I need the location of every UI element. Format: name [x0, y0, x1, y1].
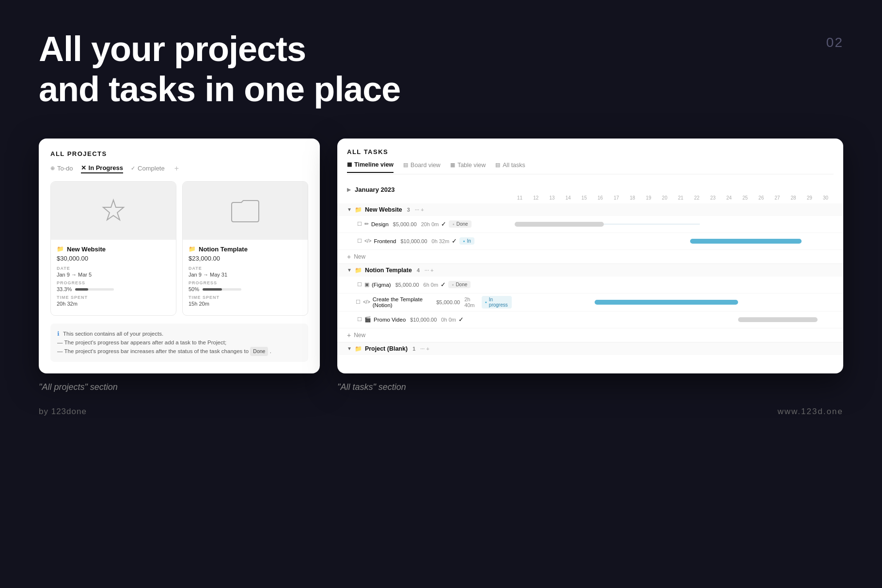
group-count-1: 3 — [407, 207, 410, 213]
progress-label-1: PROGRESS — [57, 280, 170, 285]
timeline-day-labels: 11 12 13 14 15 16 17 18 19 20 21 22 23 2… — [512, 195, 834, 201]
status-badge-frontend: In — [459, 237, 474, 245]
add-tab-button[interactable]: + — [174, 164, 179, 173]
status-badge-design: Done — [449, 220, 471, 228]
progress-bar-bg-1 — [75, 288, 114, 291]
info-box: ℹ This section contains all of your proj… — [50, 324, 308, 362]
todo-icon: ⊕ — [50, 165, 55, 171]
time-label-2: TIME SPENT — [189, 295, 302, 300]
status-badge-notion-template: In progress — [482, 296, 512, 309]
tasks-panel-title: ALL TASKS — [347, 148, 834, 155]
projects-tabs: ⊕ To-do ✕ In Progress ✓ Complete + — [50, 164, 308, 173]
group-count-2: 4 — [417, 267, 420, 273]
new-plus-icon-2: + — [347, 331, 351, 339]
task-timeline-figma — [515, 279, 834, 291]
card-thumbnail-folder — [183, 182, 308, 240]
task-row-promo-video[interactable]: ☐ 🎬 Promo Video $10,000.00 0h 0m ✓ — [337, 311, 843, 328]
progress-bar-fill-2 — [203, 288, 222, 291]
task-done-check-frontend: ✓ — [452, 237, 457, 245]
date-label-2: DATE — [189, 266, 302, 271]
task-timeline-promo — [515, 314, 834, 325]
tab-inprogress[interactable]: ✕ In Progress — [81, 164, 124, 173]
task-checkbox-promo-video[interactable]: ☐ — [357, 316, 362, 323]
group-actions-2[interactable]: ··· + — [425, 267, 434, 273]
figma-type-icon: ▣ — [364, 281, 369, 288]
task-row-frontend[interactable]: ☐ </> Frontend $10,000.00 0h 32m ✓ In — [337, 233, 843, 250]
tab-all-tasks[interactable]: ▤ All tasks — [495, 161, 525, 173]
tab-todo[interactable]: ⊕ To-do — [50, 165, 73, 173]
tasks-tabs-row: ▦ Timeline view ▤ Board view ▦ Table vie… — [347, 161, 834, 174]
group-actions-3[interactable]: ··· + — [420, 346, 429, 352]
new-row-group2[interactable]: + New — [337, 328, 843, 342]
tab-timeline-view[interactable]: ▦ Timeline view — [347, 161, 394, 173]
task-timeline-notion-template — [515, 296, 834, 308]
task-timeline-frontend — [515, 235, 834, 247]
tl-bar-notion-template — [595, 300, 738, 305]
folder-icon-2: 📁 — [189, 246, 196, 252]
group-row-notion: ▼ 📁 Notion Template 4 ··· + — [337, 263, 843, 277]
projects-panel-title: ALL PROJECTS — [50, 150, 308, 157]
task-done-check-design: ✓ — [441, 220, 446, 228]
tl-connector-design — [604, 224, 699, 225]
project-name-new-website: 📁 New Website — [57, 246, 170, 253]
table-icon: ▦ — [450, 162, 455, 168]
group-folder-1: 📁 — [355, 206, 362, 213]
all-tasks-icon: ▤ — [495, 162, 500, 168]
progress-value-2: 50% — [189, 286, 302, 292]
footer-brand: by 123done — [39, 407, 87, 417]
task-checkbox-frontend[interactable]: ☐ — [357, 238, 362, 244]
status-badge-figma: Done — [448, 281, 471, 288]
task-timeline-design — [515, 218, 834, 230]
project-cards-container: 📁 New Website $30,000.00 DATE Jan 9 → Ma… — [50, 181, 308, 316]
card-thumbnail-star — [51, 182, 176, 240]
task-row-left-promo-video: ☐ 🎬 Promo Video $10,000.00 0h 0m ✓ — [347, 316, 512, 323]
tl-bar-promo — [738, 317, 818, 322]
new-row-group1[interactable]: + New — [337, 250, 843, 263]
promo-type-icon: 🎬 — [364, 316, 371, 323]
group-arrow-3[interactable]: ▼ — [347, 346, 352, 351]
project-name-notion: 📁 Notion Template — [189, 246, 302, 253]
task-checkbox-notion-template[interactable]: ☐ — [356, 299, 361, 305]
tasks-panel-header: ALL TASKS ▦ Timeline view ▤ Board view ▦… — [337, 148, 843, 181]
task-row-notion-template[interactable]: ☐ </> Create the Template (Notion) $5,00… — [337, 294, 843, 311]
folder-icon: 📁 — [57, 246, 64, 252]
task-done-check-promo: ✓ — [458, 316, 464, 323]
tl-bar-design — [515, 222, 604, 227]
group-row-new-website: ▼ 📁 New Website 3 ··· + — [337, 203, 843, 216]
task-checkbox-figma[interactable]: ☐ — [357, 281, 362, 288]
month-arrow-right[interactable]: ▶ — [347, 187, 351, 192]
date-value-1: Jan 9 → Mar 5 — [57, 272, 170, 278]
timeline-days-row: 11 12 13 14 15 16 17 18 19 20 21 22 23 2… — [337, 195, 843, 201]
project-card-new-website[interactable]: 📁 New Website $30,000.00 DATE Jan 9 → Ma… — [50, 181, 176, 316]
group-actions-1[interactable]: ··· + — [415, 207, 424, 213]
project-amount-notion: $23,000.00 — [189, 255, 302, 262]
tab-complete[interactable]: ✓ Complete — [131, 165, 165, 173]
panels-row: ALL PROJECTS ⊕ To-do ✕ In Progress ✓ Com… — [0, 139, 882, 374]
task-row-design[interactable]: ☐ ✏ Design $5,000.00 20h 0m ✓ Done — [337, 216, 843, 233]
time-label-1: TIME SPENT — [57, 295, 170, 300]
footer-url: www.123d.one — [777, 407, 843, 417]
task-row-left-frontend: ☐ </> Frontend $10,000.00 0h 32m ✓ In — [347, 237, 512, 245]
hero-title: All your projects and tasks in one place — [39, 29, 843, 109]
new-plus-icon-1: + — [347, 253, 351, 261]
progress-bar-fill-1 — [75, 288, 88, 291]
group-arrow-1[interactable]: ▼ — [347, 207, 352, 212]
progress-bar-bg-2 — [203, 288, 241, 291]
group-row-blank: ▼ 📁 Project (Blank) 1 ··· + — [337, 342, 843, 355]
all-projects-panel: ALL PROJECTS ⊕ To-do ✕ In Progress ✓ Com… — [39, 139, 320, 374]
task-row-figma[interactable]: ☐ ▣ (Figma) $5,000.00 6h 0m ✓ Done — [337, 277, 843, 294]
design-type-icon: ✏ — [364, 221, 369, 227]
hero-section: All your projects and tasks in one place — [0, 0, 882, 129]
timeline-month-row: ▶ January 2023 — [337, 181, 843, 195]
progress-value-1: 33.3% — [57, 286, 170, 292]
complete-icon: ✓ — [131, 165, 135, 171]
tab-table-view[interactable]: ▦ Table view — [450, 161, 486, 173]
group-arrow-2[interactable]: ▼ — [347, 267, 352, 273]
timeline-container: ▶ January 2023 11 12 13 14 15 16 17 18 1… — [337, 181, 843, 355]
task-row-left-figma: ☐ ▣ (Figma) $5,000.00 6h 0m ✓ Done — [347, 281, 512, 288]
tl-bar-frontend — [690, 239, 802, 244]
date-label-1: DATE — [57, 266, 170, 271]
tab-board-view[interactable]: ▤ Board view — [403, 161, 441, 173]
project-card-notion[interactable]: 📁 Notion Template $23,000.00 DATE Jan 9 … — [182, 181, 308, 316]
task-checkbox-design[interactable]: ☐ — [357, 221, 362, 227]
